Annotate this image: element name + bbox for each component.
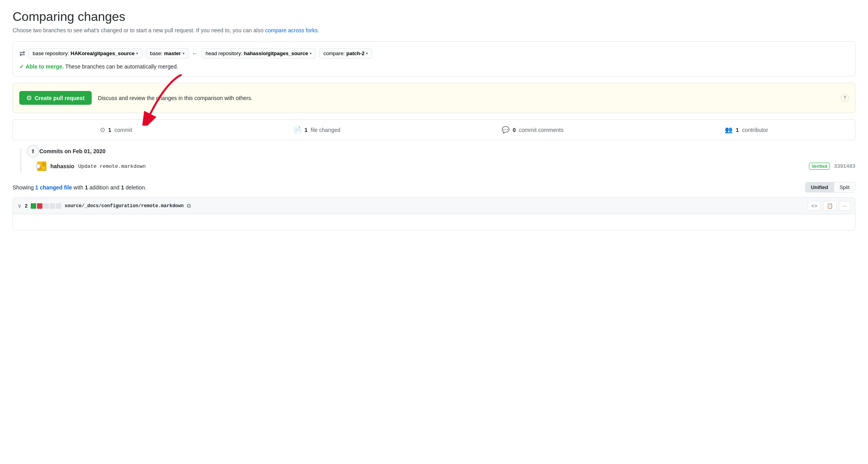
- contributor-label: contributor: [742, 127, 768, 133]
- commit-count: 1: [108, 127, 111, 133]
- page-subtitle: Choose two branches to see what's change…: [13, 27, 855, 33]
- compare-branch-selector[interactable]: compare: patch-2 ▾: [319, 48, 372, 59]
- create-pr-label: Create pull request: [35, 95, 85, 101]
- file-diff: ∨ 2 source/_docs/configuration/remote.ma…: [13, 197, 855, 230]
- contributor-stat[interactable]: 👥 1 contributor: [725, 126, 768, 134]
- deletion-label: deletion.: [126, 184, 146, 191]
- more-options-button[interactable]: ···: [839, 201, 850, 211]
- commit-dot: [36, 164, 41, 169]
- deletion-count: 1: [121, 184, 124, 191]
- copy-path-icon[interactable]: ⧉: [187, 202, 191, 209]
- base-branch-selector[interactable]: base: master ▾: [146, 48, 188, 59]
- page-title: Comparing changes: [13, 9, 855, 24]
- diff-view-buttons: Unified Split: [805, 182, 855, 193]
- compare-forks-link[interactable]: compare across forks: [265, 27, 318, 33]
- file-diff-header: ∨ 2 source/_docs/configuration/remote.ma…: [13, 198, 855, 214]
- head-repo-dropdown-arrow: ▾: [310, 51, 312, 56]
- compare-label: compare:: [323, 50, 345, 56]
- diff-stat-unchanged-3: [56, 203, 61, 209]
- showing-text: Showing: [13, 184, 34, 191]
- base-value: master: [164, 50, 181, 56]
- contributor-count: 1: [736, 127, 739, 133]
- commit-content: hahassio Update remote.markdown Verified…: [37, 161, 855, 171]
- create-pull-request-button[interactable]: ⊙ Create pull request: [19, 91, 92, 105]
- file-diff-header-left: ∨ 2 source/_docs/configuration/remote.ma…: [18, 202, 191, 209]
- diff-count-badge: 2: [25, 203, 28, 209]
- file-diff-header-right: <> 📋 ···: [808, 201, 850, 211]
- pr-icon: ⊙: [26, 94, 31, 102]
- svg-rect-4: [42, 167, 45, 170]
- file-diff-body: [13, 214, 855, 230]
- diff-header: Showing 1 changed file with 1 addition a…: [13, 182, 855, 193]
- able-to-merge-text: Able to merge.: [26, 63, 64, 70]
- help-icon[interactable]: ?: [841, 94, 849, 102]
- svg-rect-2: [42, 163, 45, 166]
- commit-icon: ⊙: [100, 126, 105, 134]
- base-repo-selector[interactable]: base repository: HAKorea/gitpages_source…: [28, 48, 142, 59]
- file-label: file changed: [311, 127, 341, 133]
- diff-stat-bar: [31, 203, 61, 209]
- compare-row: ⇄ base repository: HAKorea/gitpages_sour…: [19, 48, 849, 59]
- split-view-button[interactable]: Split: [834, 182, 855, 192]
- and-text: and: [110, 184, 119, 191]
- commit-author[interactable]: hahassio: [50, 163, 74, 169]
- head-repo-value: hahassio/gitpages_source: [244, 50, 308, 56]
- compare-value: patch-2: [346, 50, 364, 56]
- file-icon: 📄: [294, 126, 301, 134]
- merge-description: These branches can be automatically merg…: [65, 63, 178, 70]
- file-changed-stat[interactable]: 📄 1 file changed: [294, 126, 340, 134]
- contributor-icon: 👥: [725, 126, 733, 134]
- view-code-button[interactable]: <>: [808, 201, 821, 211]
- comment-label: commit comments: [519, 127, 564, 133]
- file-path: source/_docs/configuration/remote.markdo…: [65, 203, 183, 209]
- timeline-date-row: ⬆ Commits on Feb 01, 2020: [25, 148, 855, 154]
- base-dropdown-arrow: ▾: [183, 51, 185, 56]
- subtitle-text: Choose two branches to see what's change…: [13, 27, 264, 33]
- comment-count: 0: [513, 127, 516, 133]
- stats-bar: ⊙ 1 commit 📄 1 file changed 💬 0 commit c…: [13, 119, 855, 140]
- merge-checkmark: ✓: [19, 63, 24, 70]
- with-text: with: [74, 184, 83, 191]
- head-repo-label: head repository:: [206, 50, 242, 56]
- base-label: base:: [150, 50, 163, 56]
- timeline-date-icon: ⬆: [27, 145, 39, 158]
- commit-row: hahassio Update remote.markdown Verified…: [30, 160, 855, 173]
- comment-icon: 💬: [502, 126, 510, 134]
- direction-arrow-icon: ←: [192, 50, 198, 57]
- create-pr-section: ⊙ Create pull request Discuss and review…: [13, 83, 855, 113]
- unified-view-button[interactable]: Unified: [805, 182, 834, 192]
- file-count: 1: [305, 127, 308, 133]
- diff-stat-removed: [37, 203, 42, 209]
- timeline-date: Commits on Feb 01, 2020: [39, 148, 105, 154]
- head-repo-selector[interactable]: head repository: hahassio/gitpages_sourc…: [201, 48, 316, 59]
- diff-stat-added: [31, 203, 36, 209]
- diff-summary: Showing 1 changed file with 1 addition a…: [13, 184, 146, 191]
- commit-label: commit: [115, 127, 132, 133]
- addition-count: 1: [85, 184, 88, 191]
- create-pr-description: Discuss and review the changes in this c…: [98, 95, 253, 101]
- compare-bar: ⇄ base repository: HAKorea/gitpages_sour…: [13, 41, 855, 76]
- commit-message: Update remote.markdown: [78, 163, 805, 169]
- diff-stat-unchanged-2: [50, 203, 55, 209]
- timeline: ⬆ Commits on Feb 01, 2020 hahassio Updat…: [13, 148, 855, 173]
- diff-stat-unchanged-1: [43, 203, 49, 209]
- view-notes-button[interactable]: 📋: [823, 201, 837, 211]
- compare-dropdown-arrow: ▾: [366, 51, 368, 56]
- create-pr-left: ⊙ Create pull request Discuss and review…: [19, 91, 253, 105]
- base-repo-dropdown-arrow: ▾: [136, 51, 138, 56]
- file-collapse-chevron[interactable]: ∨: [18, 203, 22, 209]
- merge-status: ✓ Able to merge. These branches can be a…: [19, 63, 849, 70]
- commit-hash[interactable]: 3391483: [834, 163, 855, 169]
- commit-verified-badge: Verified: [809, 163, 830, 170]
- addition-label: addition: [89, 184, 109, 191]
- commit-stat[interactable]: ⊙ 1 commit: [100, 126, 132, 134]
- comment-stat[interactable]: 💬 0 commit comments: [502, 126, 563, 134]
- compare-icon: ⇄: [19, 49, 25, 58]
- base-repo-value: HAKorea/gitpages_source: [71, 50, 135, 56]
- changed-file-link[interactable]: 1 changed file: [35, 184, 72, 191]
- base-repo-label: base repository:: [33, 50, 69, 56]
- timeline-line: [20, 148, 21, 173]
